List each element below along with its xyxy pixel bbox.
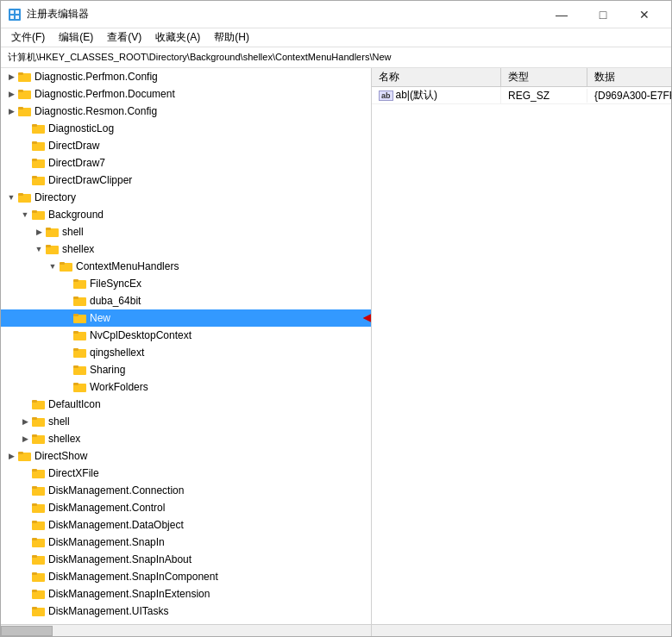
tree-node-shell[interactable]: ▶ shell	[1, 223, 371, 240]
maximize-button[interactable]: □	[583, 1, 623, 28]
svg-rect-57	[32, 486, 37, 489]
tree-node-nvcpldesktopcontext[interactable]: ▶ NvCplDesktopContext	[1, 327, 371, 344]
folder-icon	[32, 122, 46, 134]
header-name: 名称	[372, 68, 501, 86]
expand-icon[interactable]: ▼	[32, 242, 46, 256]
tree-node-background[interactable]: ▼ Background	[1, 206, 371, 223]
svg-rect-11	[18, 107, 23, 109]
folder-icon	[32, 433, 46, 445]
expand-icon[interactable]: ▶	[4, 87, 18, 101]
tree-node-diskmanagement-uitasks[interactable]: ▶ DiskManagement.UITasks	[1, 603, 371, 620]
svg-rect-41	[73, 348, 79, 351]
svg-rect-39	[73, 331, 79, 334]
tree-node-diskmanagement-snapin-about[interactable]: ▶ DiskManagement.SnapInAbout	[1, 551, 371, 568]
tree-node-directshow[interactable]: ▶ DirectShow	[1, 447, 371, 465]
expand-icon[interactable]: ▶	[32, 225, 46, 239]
minimize-button[interactable]: —	[542, 1, 581, 28]
folder-icon	[73, 295, 87, 307]
value-name-text: ab|(默认)	[396, 88, 437, 103]
folder-icon	[32, 519, 46, 531]
menu-favorites[interactable]: 收藏夹(A)	[148, 28, 207, 47]
tree-node-filesyncex[interactable]: ▶ FileSyncEx	[1, 275, 371, 292]
address-text: 计算机\HKEY_CLASSES_ROOT\Directory\Backgrou…	[4, 49, 668, 66]
menu-edit[interactable]: 编辑(E)	[52, 28, 100, 47]
folder-icon	[18, 88, 32, 100]
tree-node-defaulticon[interactable]: ▶ DefaultIcon	[1, 396, 371, 413]
tree-node-duba-64bit[interactable]: ▶ duba_64bit	[1, 292, 371, 309]
node-label: DirectShow	[35, 450, 87, 462]
svg-rect-31	[73, 279, 79, 282]
tree-node-directdrawclipper[interactable]: ▶ DirectDrawClipper	[1, 172, 371, 189]
expand-icon[interactable]: ▶	[18, 432, 32, 446]
expand-icon[interactable]: ▶	[4, 449, 18, 463]
menu-view[interactable]: 查看(V)	[100, 28, 148, 47]
menu-file[interactable]: 文件(F)	[4, 28, 52, 47]
tree-hscroll-thumb[interactable]	[1, 626, 53, 636]
tree-hscroll[interactable]	[1, 625, 372, 636]
tree-node-sharing[interactable]: ▶ Sharing	[1, 361, 371, 378]
tree-node-diskmanagement-snapin[interactable]: ▶ DiskManagement.SnapIn	[1, 534, 371, 551]
expand-icon[interactable]: ▼	[46, 259, 60, 273]
svg-rect-53	[18, 452, 23, 454]
folder-icon	[32, 209, 46, 221]
expand-icon[interactable]: ▼	[18, 208, 32, 222]
tree-node-diagnostic-perfmon-document[interactable]: ▶ Diagnostic.Perfmon.Document	[1, 85, 371, 103]
folder-icon	[32, 571, 46, 583]
node-label: DefaultIcon	[48, 398, 101, 410]
tree-node-diskmanagement-snapin-extension[interactable]: ▶ DiskManagement.SnapInExtension	[1, 585, 371, 603]
tree-node-shell2[interactable]: ▶ shell	[1, 413, 371, 430]
node-label: DiskManagement.DataObject	[48, 519, 184, 531]
tree-node-shellex[interactable]: ▼ shellex	[1, 240, 371, 258]
tree-node-diagnosticlog[interactable]: ▶ DiagnosticLog	[1, 120, 371, 137]
window-controls: — □ ✕	[542, 1, 664, 28]
node-label: DiskManagement.Control	[48, 502, 165, 514]
node-label: Diagnostic.Perfmon.Document	[35, 88, 175, 100]
title-bar: 注册表编辑器 — □ ✕	[1, 1, 671, 28]
tree-node-shellex2[interactable]: ▶ shellex	[1, 430, 371, 447]
menu-help[interactable]: 帮助(H)	[207, 28, 256, 47]
svg-rect-7	[18, 72, 23, 75]
values-row[interactable]: ab ab|(默认) REG_SZ {D969A300-E7FF-11d0-A9…	[372, 87, 671, 104]
expand-icon[interactable]: ▶	[18, 415, 32, 428]
tree-node-diskmanagement-control[interactable]: ▶ DiskManagement.Control	[1, 499, 371, 516]
svg-rect-69	[32, 590, 37, 592]
tree-node-workfolders[interactable]: ▶ WorkFolders	[1, 378, 371, 396]
tree-node-directory[interactable]: ▼ Directory	[1, 189, 371, 206]
values-hscroll[interactable]	[372, 625, 671, 636]
tree-node-qingshellext[interactable]: ▶ qingshellext	[1, 344, 371, 361]
node-label: ContextMenuHandlers	[76, 260, 179, 272]
expand-icon[interactable]: ▶	[4, 70, 18, 84]
folder-icon	[46, 243, 60, 255]
expand-icon[interactable]: ▶	[4, 104, 18, 118]
tree-node-contextmenuhandlers[interactable]: ▼ ContextMenuHandlers	[1, 258, 371, 275]
tree-node-directxfile[interactable]: ▶ DirectXFile	[1, 465, 371, 482]
folder-icon	[32, 467, 46, 479]
registry-editor-window: 注册表编辑器 — □ ✕ 文件(F) 编辑(E) 查看(V) 收藏夹(A) 帮助…	[0, 0, 672, 637]
node-label: Diagnostic.Perfmon.Config	[35, 71, 158, 83]
svg-rect-25	[46, 228, 51, 230]
svg-rect-2	[16, 10, 19, 14]
tree-node-directdraw7[interactable]: ▶ DirectDraw7	[1, 154, 371, 172]
svg-rect-13	[32, 124, 37, 127]
svg-rect-4	[16, 16, 19, 19]
tree-node-diskmanagement-connection[interactable]: ▶ DiskManagement.Connection	[1, 482, 371, 499]
svg-rect-43	[73, 365, 79, 368]
tree-node-diskmanagement-dataobject[interactable]: ▶ DiskManagement.DataObject	[1, 516, 371, 534]
tree-node-diskmanagement-snapin-component[interactable]: ▶ DiskManagement.SnapInComponent	[1, 568, 371, 585]
tree-node-diagnostic-perfmon-config[interactable]: ▶ Diagnostic.Perfmon.Config	[1, 68, 371, 85]
node-label: DiskManagement.SnapInExtension	[48, 588, 210, 600]
node-label: NvCplDesktopContext	[90, 329, 192, 341]
expand-icon[interactable]: ▼	[4, 190, 18, 204]
folder-icon	[32, 484, 46, 496]
node-label: Sharing	[90, 364, 125, 376]
node-label: DiagnosticLog	[48, 122, 114, 134]
tree-node-directdraw[interactable]: ▶ DirectDraw	[1, 137, 371, 154]
node-label: DirectDrawClipper	[48, 174, 132, 186]
close-button[interactable]: ✕	[625, 1, 664, 28]
node-label: DirectDraw7	[48, 157, 105, 169]
tree-pane[interactable]: ▶ Diagnostic.Perfmon.Config ▶ Diagnostic…	[1, 68, 372, 624]
node-label: DiskManagement.SnapIn	[48, 536, 165, 548]
tree-node-diagnostic-resmon-config[interactable]: ▶ Diagnostic.Resmon.Config	[1, 103, 371, 120]
values-pane: 名称 类型 数据 ab ab|(默认) REG_SZ {D969A300-E7F…	[372, 68, 671, 624]
tree-node-new[interactable]: ▶ New	[1, 309, 371, 327]
